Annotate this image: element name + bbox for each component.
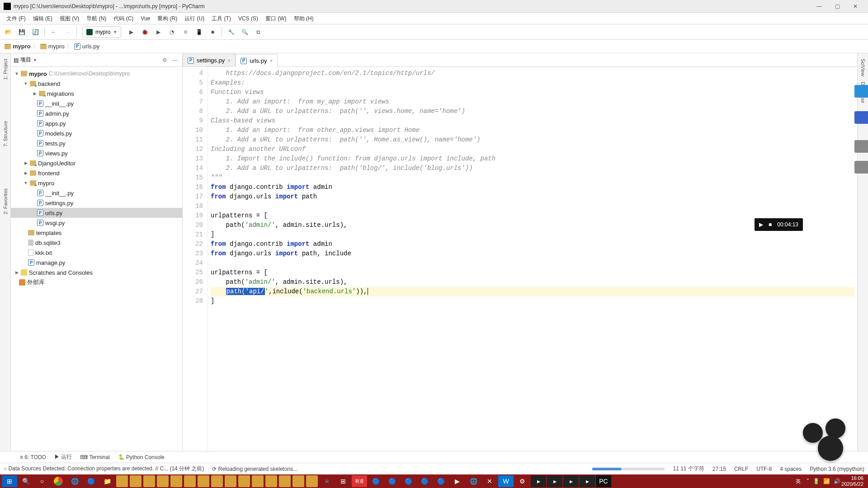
tree-node-file[interactable]: Pviews.py (11, 148, 182, 158)
tree-node-file[interactable]: Padmin.py (11, 108, 182, 118)
taskbar-app[interactable]: ≡ (319, 475, 335, 487)
crumb-2[interactable]: Purls.py (74, 43, 99, 50)
tree-node-scratches[interactable]: ▶Scratches and Consoles (11, 267, 182, 277)
crumb-root[interactable]: mypro (5, 43, 31, 50)
taskbar-app[interactable] (51, 475, 66, 487)
search-everywhere-button[interactable]: ⧉ (252, 26, 264, 38)
tree-node-file[interactable]: Pwsgi.py (11, 218, 182, 228)
tab-structure[interactable]: 7: Structure (2, 118, 9, 150)
taskbar-folder[interactable] (265, 475, 277, 487)
taskbar-ime[interactable]: 英 (790, 475, 806, 487)
coverage-button[interactable]: ▶ (152, 26, 165, 38)
status-encoding[interactable]: UTF-8 (756, 466, 772, 472)
tab-favorites[interactable]: 2: Favorites (2, 186, 9, 217)
tree-node[interactable]: ▶DjangoUeditor (11, 158, 182, 168)
collapse-button[interactable]: — (170, 55, 179, 65)
edge-badge[interactable] (854, 85, 868, 98)
todo-tool[interactable]: ≡ 6: TODO (20, 454, 46, 460)
forward-button[interactable]: → (61, 26, 74, 38)
tray-battery-icon[interactable]: 🔋 (813, 478, 820, 484)
run-tool[interactable]: ▶ 运行 (54, 453, 72, 461)
floating-button[interactable] (803, 423, 823, 443)
tray-volume-icon[interactable]: 🔊 (834, 478, 840, 484)
taskbar-folder[interactable] (143, 475, 155, 487)
tree-node-external[interactable]: 外部库 (11, 277, 182, 287)
taskbar-folder[interactable] (157, 475, 169, 487)
taskbar-app[interactable]: ⚙ (514, 475, 530, 487)
taskbar-app[interactable]: 🔵 (83, 475, 99, 487)
menu-edit[interactable]: 编辑 (E) (29, 13, 56, 24)
debug-button[interactable]: 🐞 (138, 26, 151, 38)
tree-node-manage[interactable]: Pmanage.py (11, 258, 182, 267)
sync-button[interactable]: 🔄 (29, 26, 42, 38)
taskbar-app[interactable]: W (498, 475, 514, 487)
edge-badge[interactable] (854, 111, 868, 124)
attach-button[interactable]: 📱 (193, 26, 205, 38)
tree-node-templates[interactable]: templates (11, 228, 182, 238)
tray-wifi-icon[interactable]: 📶 (823, 478, 830, 484)
taskbar-app[interactable]: ▶ (449, 475, 465, 487)
tree-node-mypro[interactable]: ▼mypro (11, 178, 182, 188)
close-tab-icon[interactable]: × (269, 58, 273, 64)
search-button[interactable]: 🔍 (238, 26, 251, 38)
tab-urls[interactable]: Purls.py× (236, 54, 278, 67)
taskbar-folder[interactable] (211, 475, 223, 487)
edge-badge[interactable] (854, 161, 868, 174)
taskbar-folder[interactable] (238, 475, 250, 487)
taskbar-app[interactable]: ⊞ (335, 475, 351, 487)
taskbar-app[interactable]: 🌐 (466, 475, 481, 487)
play-icon[interactable]: ▶ (759, 221, 763, 228)
close-button[interactable]: ✕ (846, 0, 864, 13)
tree-node-file[interactable]: Papps.py (11, 118, 182, 128)
status-indent[interactable]: 4 spaces (780, 466, 802, 472)
taskbar-app[interactable]: 🌐 (67, 475, 82, 487)
cortana-button[interactable]: ○ (34, 475, 50, 487)
concurrent-button[interactable]: ≡ (179, 26, 192, 38)
python-console-tool[interactable]: 🐍 Python Console (118, 454, 165, 460)
tree-node-txt[interactable]: kkk.txt (11, 248, 182, 258)
menu-vue[interactable]: Vue (137, 13, 154, 24)
tab-sciview[interactable]: SciView (859, 56, 867, 79)
code-body[interactable]: https://docs.djangoproject.com/en/2.1/to… (208, 67, 857, 451)
start-button[interactable]: ⊞ (2, 475, 17, 487)
terminal-tool[interactable]: ⌨ Terminal (80, 454, 109, 460)
tree-node-urls-selected[interactable]: Purls.py (11, 208, 182, 218)
maximize-button[interactable]: ▢ (828, 0, 846, 13)
tree-node-migrations[interactable]: ▶migrations (11, 89, 182, 99)
taskbar-folder[interactable] (252, 475, 264, 487)
taskbar-app[interactable]: ▸ (580, 475, 595, 487)
taskbar-app[interactable]: 🔵 (368, 475, 383, 487)
taskbar-app[interactable]: 🔵 (433, 475, 448, 487)
taskbar-pycharm[interactable]: PC (596, 475, 611, 487)
crumb-1[interactable]: mypro (40, 43, 65, 50)
tree-node-db[interactable]: db.sqlite3 (11, 238, 182, 248)
menu-vcs[interactable]: VCS (S) (235, 13, 262, 24)
tree-node-file[interactable]: P__init__.py (11, 188, 182, 198)
menu-help[interactable]: 帮助 (H) (290, 13, 317, 24)
project-label[interactable]: 项目 (20, 56, 31, 64)
tree-node-file[interactable]: Ptests.py (11, 138, 182, 148)
menu-file[interactable]: 文件 (F) (3, 13, 29, 24)
tree-root[interactable]: ▼mypro C:\Users\lenovo\Desktop\b\mypro (11, 69, 182, 79)
status-position[interactable]: 27:15 (712, 466, 726, 472)
taskbar-folder[interactable] (184, 475, 196, 487)
tree-node-file[interactable]: P__init__.py (11, 99, 182, 108)
run-config-selector[interactable]: mypro ▼ (82, 26, 121, 38)
taskbar-app[interactable]: 🔵 (401, 475, 416, 487)
taskbar-folder[interactable] (198, 475, 209, 487)
tree-node-backend[interactable]: ▼backend (11, 79, 182, 89)
gear-icon[interactable]: ⚙ (160, 55, 170, 65)
code-editor[interactable]: 4567891011121314151617181920212223242526… (183, 67, 857, 451)
taskbar-app[interactable]: ✕ (482, 475, 497, 487)
taskbar-app[interactable]: ▸ (563, 475, 579, 487)
status-interpreter[interactable]: Python 3.6 (mypython) (810, 466, 864, 472)
taskbar-clock[interactable]: 16:06 2020/5/22 (841, 475, 866, 487)
tab-settings[interactable]: Psettings.py× (183, 54, 236, 66)
close-tab-icon[interactable]: × (227, 57, 231, 64)
taskbar-folder[interactable] (279, 475, 291, 487)
taskbar-folder[interactable] (292, 475, 304, 487)
taskbar-folder[interactable] (116, 475, 128, 487)
back-button[interactable]: ← (47, 26, 60, 38)
menu-refactor[interactable]: 重构 (R) (154, 13, 181, 24)
taskbar-folder[interactable] (170, 475, 182, 487)
